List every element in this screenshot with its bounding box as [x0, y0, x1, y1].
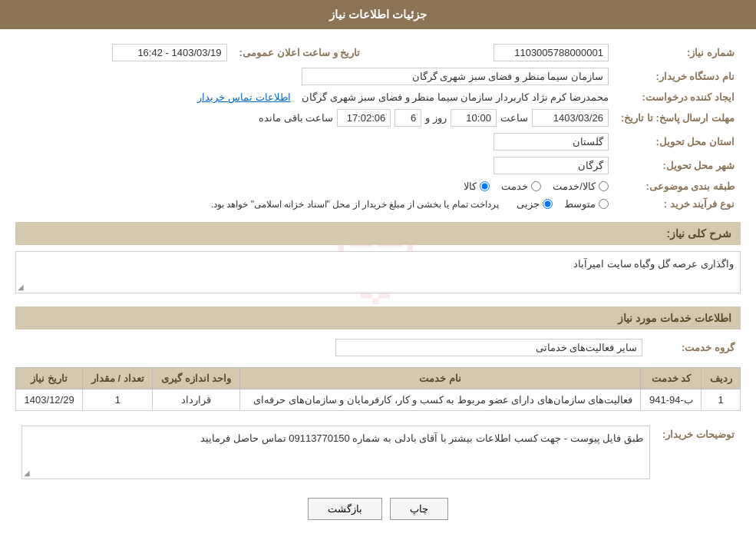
- action-buttons: چاپ بازگشت: [15, 498, 741, 520]
- category-label: طبقه بندی موضوعی:: [615, 177, 741, 195]
- services-section-title: اطلاعات خدمات مورد نیاز: [15, 306, 741, 330]
- service-group-label: گروه خدمت:: [649, 336, 741, 359]
- purchase-type-medium[interactable]: متوسط: [564, 198, 609, 210]
- purchase-type-partial[interactable]: جزیی: [517, 198, 553, 210]
- category-label-khedmat: خدمت: [501, 181, 528, 192]
- need-desc-value: واگذاری عرصه گل وگیاه سایت امیرآباد: [573, 258, 734, 270]
- category-label-kala: کالا: [464, 181, 477, 192]
- col-header-quantity: تعداد / مقدار: [83, 368, 153, 389]
- need-desc-box: واگذاری عرصه گل وگیاه سایت امیرآباد ◢: [15, 251, 741, 293]
- purchase-type-label: نوع فرآیند خرید :: [615, 195, 741, 213]
- deadline-date: 1403/03/26: [532, 109, 609, 127]
- radio-khedmat[interactable]: [531, 181, 541, 191]
- announce-date-value: 1403/03/19 - 16:42: [112, 44, 227, 61]
- need-number-label: شماره نیاز:: [615, 41, 741, 65]
- service-group-table: گروه خدمت: سایر فعالیت‌های خدماتی: [15, 336, 741, 359]
- cell-date: 1403/12/29: [16, 389, 83, 411]
- announce-date-label: تاریخ و ساعت اعلان عمومی:: [233, 41, 367, 65]
- city-value: گرگان: [494, 157, 609, 174]
- requester-value: محمدرضا کرم نژاد کاربردار سازمان سیما من…: [302, 91, 609, 103]
- hours-value: 17:02:06: [337, 109, 391, 127]
- category-option-kala[interactable]: کالا: [464, 181, 490, 192]
- service-group-value: سایر فعالیت‌های خدماتی: [335, 339, 642, 356]
- deadline-time: 10:00: [451, 109, 497, 127]
- purchase-type-label-medium: متوسط: [564, 198, 596, 210]
- deadline-time-label: ساعت: [500, 112, 528, 124]
- province-label: استان محل تحویل:: [615, 130, 741, 154]
- days-value: 6: [395, 109, 421, 127]
- col-header-unit: واحد اندازه گیری: [153, 368, 240, 389]
- category-label-kala-khedmat: کالا/خدمت: [553, 181, 596, 192]
- buyer-desc-box: طبق فایل پیوست - جهت کسب اطلاعات بیشتر ب…: [21, 426, 650, 479]
- radio-partial[interactable]: [543, 199, 553, 209]
- print-button[interactable]: چاپ: [390, 498, 448, 520]
- page-header: جزئیات اطلاعات نیاز: [0, 0, 756, 29]
- purchase-note: پرداخت تمام یا بخشی از مبلغ خریدار از مح…: [211, 199, 499, 210]
- contact-link[interactable]: اطلاعات تماس خریدار: [197, 91, 290, 103]
- col-header-service-code: کد خدمت: [641, 368, 702, 389]
- need-number-value: 1103005788000001: [494, 44, 609, 61]
- back-button[interactable]: بازگشت: [308, 498, 382, 520]
- category-option-kala-khedmat[interactable]: کالا/خدمت: [553, 181, 609, 192]
- cell-service-code: ب-94-941: [641, 389, 702, 411]
- requester-label: ایجاد کننده درخواست:: [615, 88, 741, 106]
- cell-quantity: 1: [83, 389, 153, 411]
- table-row: 1 ب-94-941 فعالیت‌های سازمان‌های دارای ع…: [16, 389, 741, 411]
- days-label: روز و: [425, 112, 447, 124]
- cell-service-name: فعالیت‌های سازمان‌های دارای عضو مربوط به…: [240, 389, 641, 411]
- cell-row-num: 1: [702, 389, 741, 411]
- category-radio-group: کالا/خدمت خدمت کالا: [21, 181, 609, 192]
- col-header-service-name: نام خدمت: [240, 368, 641, 389]
- response-deadline-label: مهلت ارسال پاسخ: تا تاریخ:: [615, 106, 741, 130]
- col-header-row-num: ردیف: [702, 368, 741, 389]
- need-desc-label: شرح کلی نیاز:: [667, 227, 731, 240]
- purchase-type-label-partial: جزیی: [517, 198, 540, 210]
- cell-unit: قرارداد: [153, 389, 240, 411]
- page-title: جزئیات اطلاعات نیاز: [329, 8, 427, 21]
- buyer-desc-label: توضیحات خریدار:: [656, 422, 741, 482]
- hours-label: ساعت باقی مانده: [259, 112, 333, 124]
- purchase-type-radio-group: متوسط جزیی: [517, 198, 609, 210]
- resize-handle-desc: ◢: [18, 283, 24, 291]
- resize-handle-buyer-desc: ◢: [24, 469, 30, 477]
- radio-medium[interactable]: [599, 199, 609, 209]
- main-info-table: شماره نیاز: 1103005788000001 تاریخ و ساع…: [15, 41, 741, 213]
- province-value: گلستان: [494, 133, 609, 151]
- services-table: ردیف کد خدمت نام خدمت واحد اندازه گیری ت…: [15, 367, 741, 411]
- buyer-desc-table: توضیحات خریدار: طبق فایل پیوست - جهت کسب…: [15, 422, 741, 482]
- radio-kala-khedmat[interactable]: [599, 181, 609, 191]
- city-label: شهر محل تحویل:: [615, 154, 741, 177]
- buyer-desc-value: طبق فایل پیوست - جهت کسب اطلاعات بیشتر ب…: [200, 432, 643, 444]
- col-header-date: تاریخ نیاز: [16, 368, 83, 389]
- radio-kala[interactable]: [480, 181, 490, 191]
- buyer-org-label: نام دستگاه خریدار:: [615, 65, 741, 88]
- buyer-org-value: سازمان سیما منظر و فضای سبز شهری گرگان: [302, 68, 609, 85]
- need-desc-section-title: شرح کلی نیاز:: [15, 222, 741, 245]
- category-option-khedmat[interactable]: خدمت: [501, 181, 541, 192]
